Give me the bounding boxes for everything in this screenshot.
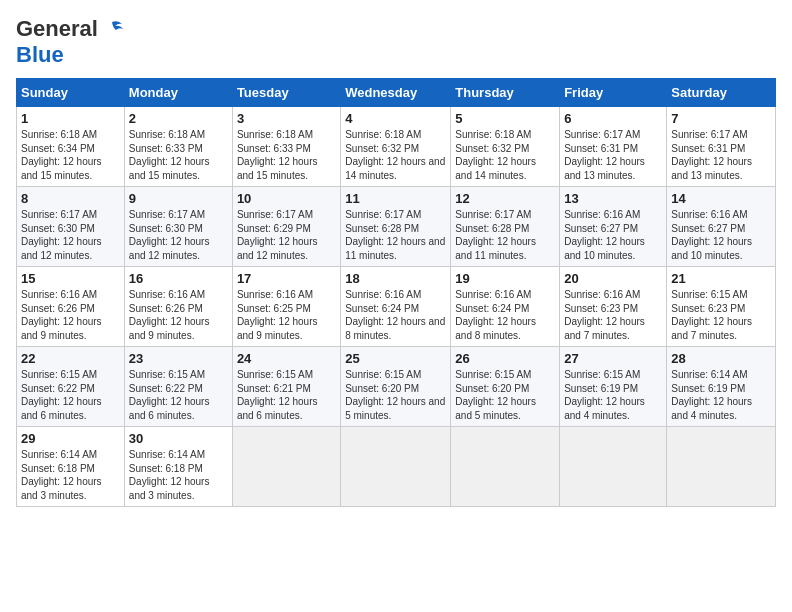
calendar-cell: 11 Sunrise: 6:17 AMSunset: 6:28 PMDaylig… (341, 187, 451, 267)
day-number: 4 (345, 111, 446, 126)
calendar-cell: 19 Sunrise: 6:16 AMSunset: 6:24 PMDaylig… (451, 267, 560, 347)
calendar-cell: 27 Sunrise: 6:15 AMSunset: 6:19 PMDaylig… (560, 347, 667, 427)
day-number: 10 (237, 191, 336, 206)
day-info: Sunrise: 6:15 AMSunset: 6:22 PMDaylight:… (21, 369, 102, 421)
day-number: 19 (455, 271, 555, 286)
calendar-body: 1 Sunrise: 6:18 AMSunset: 6:34 PMDayligh… (17, 107, 776, 507)
calendar-cell: 15 Sunrise: 6:16 AMSunset: 6:26 PMDaylig… (17, 267, 125, 347)
calendar-cell: 28 Sunrise: 6:14 AMSunset: 6:19 PMDaylig… (667, 347, 776, 427)
calendar-cell: 2 Sunrise: 6:18 AMSunset: 6:33 PMDayligh… (124, 107, 232, 187)
logo-blue: Blue (16, 42, 64, 67)
calendar-cell: 14 Sunrise: 6:16 AMSunset: 6:27 PMDaylig… (667, 187, 776, 267)
day-info: Sunrise: 6:16 AMSunset: 6:27 PMDaylight:… (564, 209, 645, 261)
day-number: 16 (129, 271, 228, 286)
calendar-cell: 25 Sunrise: 6:15 AMSunset: 6:20 PMDaylig… (341, 347, 451, 427)
day-number: 5 (455, 111, 555, 126)
calendar-cell: 7 Sunrise: 6:17 AMSunset: 6:31 PMDayligh… (667, 107, 776, 187)
calendar-cell: 4 Sunrise: 6:18 AMSunset: 6:32 PMDayligh… (341, 107, 451, 187)
day-info: Sunrise: 6:16 AMSunset: 6:24 PMDaylight:… (455, 289, 536, 341)
calendar-cell: 20 Sunrise: 6:16 AMSunset: 6:23 PMDaylig… (560, 267, 667, 347)
day-number: 30 (129, 431, 228, 446)
day-info: Sunrise: 6:15 AMSunset: 6:21 PMDaylight:… (237, 369, 318, 421)
day-info: Sunrise: 6:15 AMSunset: 6:22 PMDaylight:… (129, 369, 210, 421)
calendar-cell: 18 Sunrise: 6:16 AMSunset: 6:24 PMDaylig… (341, 267, 451, 347)
calendar-cell: 17 Sunrise: 6:16 AMSunset: 6:25 PMDaylig… (232, 267, 340, 347)
day-info: Sunrise: 6:18 AMSunset: 6:33 PMDaylight:… (237, 129, 318, 181)
header-saturday: Saturday (667, 79, 776, 107)
day-number: 24 (237, 351, 336, 366)
calendar-cell: 3 Sunrise: 6:18 AMSunset: 6:33 PMDayligh… (232, 107, 340, 187)
day-info: Sunrise: 6:16 AMSunset: 6:23 PMDaylight:… (564, 289, 645, 341)
header-thursday: Thursday (451, 79, 560, 107)
calendar-week-1: 1 Sunrise: 6:18 AMSunset: 6:34 PMDayligh… (17, 107, 776, 187)
day-info: Sunrise: 6:14 AMSunset: 6:18 PMDaylight:… (21, 449, 102, 501)
calendar-cell: 1 Sunrise: 6:18 AMSunset: 6:34 PMDayligh… (17, 107, 125, 187)
calendar-header-row: SundayMondayTuesdayWednesdayThursdayFrid… (17, 79, 776, 107)
day-number: 3 (237, 111, 336, 126)
calendar-cell: 9 Sunrise: 6:17 AMSunset: 6:30 PMDayligh… (124, 187, 232, 267)
day-info: Sunrise: 6:15 AMSunset: 6:20 PMDaylight:… (345, 369, 445, 421)
day-number: 14 (671, 191, 771, 206)
day-number: 1 (21, 111, 120, 126)
day-number: 18 (345, 271, 446, 286)
day-number: 29 (21, 431, 120, 446)
logo-general: General (16, 16, 98, 42)
day-number: 25 (345, 351, 446, 366)
calendar-cell: 13 Sunrise: 6:16 AMSunset: 6:27 PMDaylig… (560, 187, 667, 267)
header-tuesday: Tuesday (232, 79, 340, 107)
day-info: Sunrise: 6:16 AMSunset: 6:26 PMDaylight:… (129, 289, 210, 341)
day-number: 8 (21, 191, 120, 206)
calendar-week-2: 8 Sunrise: 6:17 AMSunset: 6:30 PMDayligh… (17, 187, 776, 267)
calendar-cell: 16 Sunrise: 6:16 AMSunset: 6:26 PMDaylig… (124, 267, 232, 347)
day-number: 23 (129, 351, 228, 366)
day-info: Sunrise: 6:17 AMSunset: 6:28 PMDaylight:… (455, 209, 536, 261)
header-sunday: Sunday (17, 79, 125, 107)
day-number: 17 (237, 271, 336, 286)
day-info: Sunrise: 6:15 AMSunset: 6:23 PMDaylight:… (671, 289, 752, 341)
day-number: 2 (129, 111, 228, 126)
logo: General Blue (16, 16, 124, 68)
calendar-cell: 21 Sunrise: 6:15 AMSunset: 6:23 PMDaylig… (667, 267, 776, 347)
day-info: Sunrise: 6:14 AMSunset: 6:19 PMDaylight:… (671, 369, 752, 421)
calendar-cell: 8 Sunrise: 6:17 AMSunset: 6:30 PMDayligh… (17, 187, 125, 267)
calendar-cell (232, 427, 340, 507)
calendar-cell: 24 Sunrise: 6:15 AMSunset: 6:21 PMDaylig… (232, 347, 340, 427)
day-number: 9 (129, 191, 228, 206)
calendar-cell (560, 427, 667, 507)
day-info: Sunrise: 6:18 AMSunset: 6:34 PMDaylight:… (21, 129, 102, 181)
header-wednesday: Wednesday (341, 79, 451, 107)
day-number: 22 (21, 351, 120, 366)
calendar-week-5: 29 Sunrise: 6:14 AMSunset: 6:18 PMDaylig… (17, 427, 776, 507)
day-info: Sunrise: 6:18 AMSunset: 6:32 PMDaylight:… (455, 129, 536, 181)
day-number: 6 (564, 111, 662, 126)
day-info: Sunrise: 6:17 AMSunset: 6:30 PMDaylight:… (129, 209, 210, 261)
day-number: 26 (455, 351, 555, 366)
day-info: Sunrise: 6:16 AMSunset: 6:25 PMDaylight:… (237, 289, 318, 341)
header-monday: Monday (124, 79, 232, 107)
logo-bird-icon (102, 20, 124, 38)
day-number: 7 (671, 111, 771, 126)
calendar-cell (451, 427, 560, 507)
day-info: Sunrise: 6:15 AMSunset: 6:20 PMDaylight:… (455, 369, 536, 421)
calendar-cell: 22 Sunrise: 6:15 AMSunset: 6:22 PMDaylig… (17, 347, 125, 427)
day-info: Sunrise: 6:17 AMSunset: 6:31 PMDaylight:… (564, 129, 645, 181)
calendar-week-4: 22 Sunrise: 6:15 AMSunset: 6:22 PMDaylig… (17, 347, 776, 427)
calendar-cell: 5 Sunrise: 6:18 AMSunset: 6:32 PMDayligh… (451, 107, 560, 187)
day-info: Sunrise: 6:18 AMSunset: 6:32 PMDaylight:… (345, 129, 445, 181)
day-info: Sunrise: 6:17 AMSunset: 6:30 PMDaylight:… (21, 209, 102, 261)
day-number: 21 (671, 271, 771, 286)
day-info: Sunrise: 6:17 AMSunset: 6:29 PMDaylight:… (237, 209, 318, 261)
day-info: Sunrise: 6:17 AMSunset: 6:31 PMDaylight:… (671, 129, 752, 181)
day-number: 15 (21, 271, 120, 286)
calendar-table: SundayMondayTuesdayWednesdayThursdayFrid… (16, 78, 776, 507)
calendar-cell: 10 Sunrise: 6:17 AMSunset: 6:29 PMDaylig… (232, 187, 340, 267)
calendar-cell (341, 427, 451, 507)
day-number: 27 (564, 351, 662, 366)
calendar-cell: 12 Sunrise: 6:17 AMSunset: 6:28 PMDaylig… (451, 187, 560, 267)
calendar-cell: 26 Sunrise: 6:15 AMSunset: 6:20 PMDaylig… (451, 347, 560, 427)
day-info: Sunrise: 6:16 AMSunset: 6:26 PMDaylight:… (21, 289, 102, 341)
calendar-cell: 30 Sunrise: 6:14 AMSunset: 6:18 PMDaylig… (124, 427, 232, 507)
day-number: 11 (345, 191, 446, 206)
calendar-cell (667, 427, 776, 507)
calendar-cell: 29 Sunrise: 6:14 AMSunset: 6:18 PMDaylig… (17, 427, 125, 507)
